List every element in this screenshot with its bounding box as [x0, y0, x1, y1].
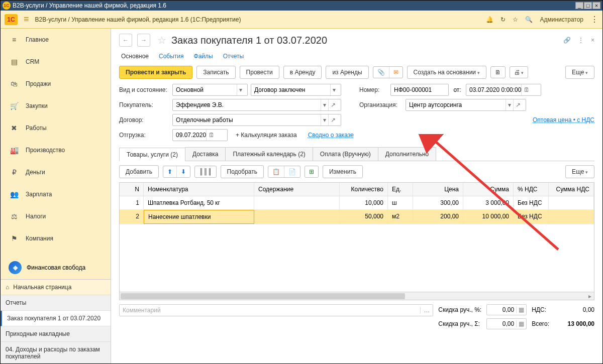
barcode-button[interactable]: ║║║: [194, 166, 217, 178]
report-icon-button[interactable]: 🗎: [490, 66, 506, 78]
buyer-select[interactable]: Эффендиев Э.В.▾↗: [172, 99, 341, 111]
home-icon: ⌂: [6, 284, 9, 291]
post-and-close-button[interactable]: Провести и закрыть: [119, 66, 192, 79]
user-label[interactable]: Администратор: [540, 16, 583, 23]
doc-more-icon[interactable]: ⋮: [578, 37, 584, 44]
save-button[interactable]: Записать: [196, 66, 235, 79]
app-topbar: 1C ≡ В2В-услуги / Управление нашей фирмо…: [1, 11, 602, 29]
comment-input[interactable]: Комментарий …: [119, 304, 433, 316]
table-row[interactable]: 2 Нанесение шпатлевки 50,000 м2 200,00 1…: [120, 210, 594, 224]
edit-row-button[interactable]: Изменить: [323, 165, 363, 178]
pane-receipts[interactable]: Приходные накладные: [1, 326, 111, 342]
subtab-delivery[interactable]: Доставка: [185, 147, 226, 161]
print-button[interactable]: 🖨: [510, 66, 529, 78]
table-header: N Номенклатура Содержание Количество Ед.…: [120, 183, 594, 196]
order-summary-link[interactable]: Сводно о заказе: [308, 132, 354, 139]
add-row-button[interactable]: Добавить: [119, 165, 159, 178]
nav-item-main[interactable]: ≡Главное: [1, 29, 111, 51]
pane-order[interactable]: Заказ покупателя 1 от 03.07.2020: [1, 311, 111, 326]
bell-icon[interactable]: 🔔: [486, 16, 493, 23]
subtab-goods[interactable]: Товары, услуги (2): [119, 148, 185, 161]
from-label: от:: [452, 86, 463, 93]
table-row[interactable]: 1 Шпатлевка Ротбанд, 50 кг 10,000 ш 300,…: [120, 196, 594, 210]
tab-main[interactable]: Основное: [121, 53, 149, 61]
nav-item-salary[interactable]: 👥Зарплата: [1, 183, 111, 205]
org-label: Организация:: [359, 101, 403, 108]
nav-back-button[interactable]: ←: [119, 34, 132, 47]
search-icon[interactable]: 🔍: [525, 16, 533, 23]
subtab-payment[interactable]: Оплата (Вручную): [313, 147, 378, 161]
number-input[interactable]: НФ00-000001: [390, 84, 449, 96]
tab-reports[interactable]: Отчеты: [223, 53, 244, 61]
copy-icon[interactable]: 📋: [268, 166, 284, 177]
org-select[interactable]: Центр аутсорсинга▾↗: [406, 99, 526, 111]
nav-item-company[interactable]: ⚑Компания: [1, 227, 111, 250]
buyer-label: Покупатель:: [119, 101, 169, 108]
nav-item-production[interactable]: 🏭Производство: [1, 139, 111, 161]
nav-item-purchases[interactable]: 🛒Закупки: [1, 95, 111, 117]
total-label: Всего:: [532, 320, 549, 327]
date-input[interactable]: 03.07.2020 0:00:00🗓: [466, 84, 541, 96]
tab-files[interactable]: Файлы: [194, 53, 213, 61]
link-icon[interactable]: 🔗: [563, 37, 571, 44]
ellipsis-icon[interactable]: …: [420, 307, 430, 314]
post-button[interactable]: Провести: [240, 66, 279, 79]
nav-item-sales[interactable]: 🛍Продажи: [1, 73, 111, 95]
nav-item-money[interactable]: ₽Деньги: [1, 161, 111, 183]
contract-select[interactable]: Отделочные работы▾↗: [172, 114, 341, 126]
nav-forward-button[interactable]: →: [137, 34, 150, 47]
disc-pct-label: Скидка руч., %:: [438, 306, 481, 313]
price-type-link[interactable]: Оптовая цена • с НДС: [533, 116, 594, 124]
sidebar: ≡Главное ▤CRM 🛍Продажи 🛒Закупки ✖Работы …: [1, 29, 111, 364]
settings-icon-button[interactable]: ⊞: [305, 166, 319, 178]
from-rent-button[interactable]: из Аренды: [326, 66, 368, 79]
star-icon[interactable]: ☆: [513, 16, 518, 23]
history-icon[interactable]: ↻: [500, 16, 506, 23]
calc-icon: ▦: [516, 306, 524, 313]
subtab-additional[interactable]: Дополнительно: [378, 147, 436, 161]
pane-reports[interactable]: Отчеты: [1, 295, 111, 311]
horizontal-scrollbar[interactable]: ◂ ▸: [119, 292, 594, 300]
table-toolbar: Добавить ⬆⬇ ║║║ Подобрать 📋📄 ⊞ Изменить …: [119, 161, 594, 182]
pane-pl-report[interactable]: 04. Доходы и расходы по заказам покупате…: [1, 342, 111, 364]
nav-item-works[interactable]: ✖Работы: [1, 117, 111, 139]
subtab-payment-calendar[interactable]: Платежный календарь (2): [225, 147, 313, 161]
main-menu-icon[interactable]: ≡: [24, 14, 29, 25]
minimize-button[interactable]: _: [575, 2, 583, 9]
mail-icon[interactable]: ✉: [389, 67, 403, 78]
content-area: ← → ☆ Заказ покупателя 1 от 03.07.2020 🔗…: [111, 29, 602, 364]
pick-button[interactable]: Подобрать: [221, 165, 264, 178]
calc-link[interactable]: + Калькуляция заказа: [236, 132, 297, 139]
create-based-on-button[interactable]: Создать на основании: [407, 66, 486, 79]
tab-events[interactable]: События: [159, 53, 184, 61]
tools-icon: ✖: [10, 124, 19, 132]
move-down-icon[interactable]: ⬇: [177, 166, 190, 177]
command-bar: Провести и закрыть Записать Провести в А…: [119, 66, 594, 79]
ship-date-input[interactable]: 09.07.2020🗓: [172, 129, 228, 141]
more-button[interactable]: Еще: [565, 66, 594, 79]
nav-item-crm[interactable]: ▤CRM: [1, 51, 111, 73]
table-more-button[interactable]: Еще: [565, 165, 594, 178]
items-table: N Номенклатура Содержание Количество Ед.…: [119, 182, 594, 292]
maximize-button[interactable]: □: [584, 2, 592, 9]
state-select[interactable]: Договор заключен▾: [251, 84, 341, 96]
fin-freedom[interactable]: ◈ Финансовая свобода: [1, 256, 111, 279]
sub-tabs: Товары, услуги (2) Доставка Платежный ка…: [119, 147, 594, 161]
move-up-icon[interactable]: ⬆: [163, 166, 177, 177]
close-button[interactable]: ×: [592, 2, 600, 9]
more-menu-icon[interactable]: ⋮: [590, 15, 598, 24]
close-doc-button[interactable]: ×: [591, 37, 594, 44]
pane-home[interactable]: ⌂Начальная страница: [1, 280, 111, 295]
disc-pct-input[interactable]: 0,00▦: [486, 304, 527, 315]
to-rent-button[interactable]: в Аренду: [283, 66, 322, 79]
window-title: В2В-услуги / Управление нашей фирмой, ре…: [13, 2, 166, 9]
favorite-star-icon[interactable]: ☆: [157, 34, 166, 46]
paste-icon[interactable]: 📄: [284, 166, 300, 177]
disc-sum-input[interactable]: 0,00▦: [486, 318, 527, 329]
money-icon: ₽: [10, 168, 19, 176]
type-select[interactable]: Основной▾: [172, 84, 248, 96]
nav-item-tax[interactable]: ⚖Налоги: [1, 205, 111, 227]
factory-icon: 🏭: [10, 146, 19, 154]
calendar-icon: 🗓: [521, 84, 532, 95]
attachment-icon[interactable]: 📎: [373, 67, 389, 78]
